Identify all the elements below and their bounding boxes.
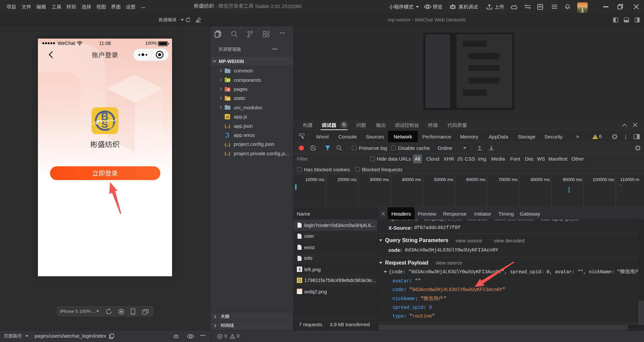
svg-text:{..}: {..} [224, 151, 230, 156]
svg-text:JS: JS [226, 115, 229, 119]
svg-text:{..}: {..} [224, 141, 230, 147]
svg-text:{..}: {..} [224, 123, 230, 128]
